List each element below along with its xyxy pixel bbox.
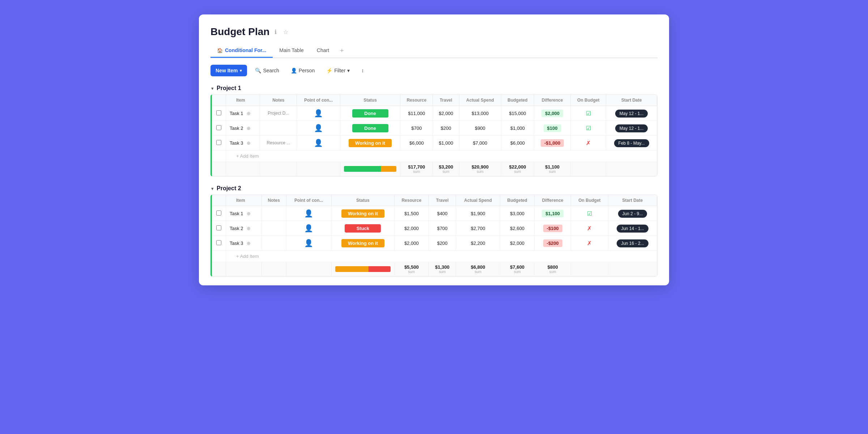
row-poc: 👤 xyxy=(286,206,331,221)
project-1-header: ▾ Project 1 xyxy=(210,85,658,92)
row-date: Jun 14 - 1... xyxy=(608,221,657,236)
add-item-label[interactable]: + Add Item xyxy=(226,150,657,162)
row-actual-spend: $1,900 xyxy=(456,206,500,221)
add-subitem-icon[interactable]: ⊕ xyxy=(247,211,251,216)
sum-resource: $5,500 sum xyxy=(395,262,429,276)
info-icon[interactable]: ℹ xyxy=(273,28,278,36)
row-difference: $2,000 xyxy=(534,106,570,121)
filter-button[interactable]: ⚡ Filter ▾ xyxy=(323,65,353,76)
add-item-row[interactable]: + Add Item xyxy=(212,251,657,262)
row-item: Task 2 ⊕ xyxy=(226,221,262,236)
sort-button[interactable]: ↕ xyxy=(358,65,367,76)
col-notes: Notes xyxy=(260,95,297,106)
row-notes xyxy=(261,206,286,221)
row-date: May 12 - 1... xyxy=(606,106,657,121)
row-status[interactable]: Done xyxy=(340,121,400,136)
row-notes xyxy=(261,236,286,251)
search-button[interactable]: 🔍 Search xyxy=(251,65,282,76)
tab-conditional[interactable]: 🏠 Conditional For... xyxy=(210,44,273,58)
sum-difference: $1,100 sum xyxy=(534,162,570,176)
row-difference: -$1,000 xyxy=(534,136,570,150)
row-checkbox[interactable] xyxy=(212,206,226,221)
row-checkbox[interactable] xyxy=(212,236,226,251)
project-2-table-wrap: Item Notes Point of con... Status Resour… xyxy=(210,195,658,277)
row-status[interactable]: Working on it xyxy=(331,206,394,221)
tab-chart[interactable]: Chart xyxy=(310,44,336,58)
row-travel: $200 xyxy=(429,236,456,251)
home-icon: 🏠 xyxy=(217,48,223,53)
person-avatar-icon: 👤 xyxy=(314,109,323,117)
row-checkbox[interactable] xyxy=(212,221,226,236)
chevron-down-icon: ▾ xyxy=(347,68,350,73)
row-actual-spend: $2,700 xyxy=(456,221,500,236)
collapse-icon[interactable]: ▾ xyxy=(211,186,214,191)
row-on-budget: ✗ xyxy=(571,236,608,251)
person-avatar-icon: 👤 xyxy=(304,224,313,232)
sum-travel: $3,200 sum xyxy=(433,162,459,176)
sum-difference: $800 sum xyxy=(535,262,571,276)
person-icon: 👤 xyxy=(291,68,297,73)
row-checkbox[interactable] xyxy=(212,121,226,136)
row-travel: $200 xyxy=(433,121,459,136)
row-status[interactable]: Done xyxy=(340,106,400,121)
col-notes: Notes xyxy=(261,195,286,206)
checkmark-icon: ☑ xyxy=(586,110,591,116)
row-notes xyxy=(261,221,286,236)
row-notes: Resource ... xyxy=(260,136,297,150)
person-button[interactable]: 👤 Person xyxy=(287,65,318,76)
row-travel: $2,000 xyxy=(433,106,459,121)
add-item-row[interactable]: + Add Item xyxy=(212,150,657,162)
filter-icon: ⚡ xyxy=(326,68,332,73)
col-travel: Travel xyxy=(429,195,456,206)
col-on-budget: On Budget xyxy=(571,95,606,106)
collapse-icon[interactable]: ▾ xyxy=(211,86,214,91)
col-check xyxy=(212,195,226,206)
col-start-date: Start Date xyxy=(606,95,657,106)
tab-add[interactable]: + xyxy=(336,44,348,58)
row-status[interactable]: Stuck xyxy=(331,221,394,236)
person-avatar-icon: 👤 xyxy=(304,239,313,247)
row-notes xyxy=(260,121,297,136)
row-status[interactable]: Working on it xyxy=(331,236,394,251)
row-on-budget: ☑ xyxy=(571,106,606,121)
col-difference: Difference xyxy=(534,95,570,106)
add-subitem-icon[interactable]: ⊕ xyxy=(247,140,251,146)
add-subitem-icon[interactable]: ⊕ xyxy=(247,111,251,116)
chevron-down-icon: ▾ xyxy=(240,68,242,73)
page-title: Budget Plan xyxy=(210,26,269,38)
table-row: Task 1 ⊕ Project D... 👤 Done $11,000 $2,… xyxy=(212,106,657,121)
col-budgeted: Budgeted xyxy=(500,195,535,206)
col-resource: Resource xyxy=(400,95,433,106)
add-subitem-icon[interactable]: ⊕ xyxy=(247,241,251,246)
row-status[interactable]: Working on it xyxy=(340,136,400,150)
tab-main-table[interactable]: Main Table xyxy=(273,44,310,58)
x-icon: ✗ xyxy=(587,225,592,231)
row-budgeted: $15,000 xyxy=(501,106,534,121)
add-subitem-icon[interactable]: ⊕ xyxy=(247,226,251,231)
star-icon[interactable]: ☆ xyxy=(282,28,290,36)
search-icon: 🔍 xyxy=(255,68,261,73)
row-difference: -$200 xyxy=(535,236,571,251)
row-budgeted: $2,600 xyxy=(500,221,535,236)
page-title-row: Budget Plan ℹ ☆ xyxy=(210,26,658,38)
row-poc: 👤 xyxy=(297,106,340,121)
row-budgeted: $3,000 xyxy=(500,206,535,221)
person-avatar-icon: 👤 xyxy=(314,124,323,132)
row-poc: 👤 xyxy=(286,221,331,236)
row-resource: $6,000 xyxy=(400,136,433,150)
row-item: Task 3 ⊕ xyxy=(226,136,260,150)
row-checkbox[interactable] xyxy=(212,106,226,121)
sum-row: $5,500 sum $1,300 sum $6,800 sum $7,600 … xyxy=(212,262,657,276)
row-date: Feb 8 - May... xyxy=(606,136,657,150)
row-date: Jun 2 - 9... xyxy=(608,206,657,221)
row-difference: -$100 xyxy=(535,221,571,236)
row-travel: $400 xyxy=(429,206,456,221)
row-on-budget: ✗ xyxy=(571,136,606,150)
row-item: Task 3 ⊕ xyxy=(226,236,262,251)
add-subitem-icon[interactable]: ⊕ xyxy=(247,125,251,131)
add-item-label[interactable]: + Add Item xyxy=(226,251,657,262)
new-item-button[interactable]: New Item ▾ xyxy=(210,65,247,76)
col-item: Item xyxy=(226,95,260,106)
row-checkbox[interactable] xyxy=(212,136,226,150)
project-2-section: ▾ Project 2 Item Notes Point of con... S… xyxy=(210,185,658,277)
